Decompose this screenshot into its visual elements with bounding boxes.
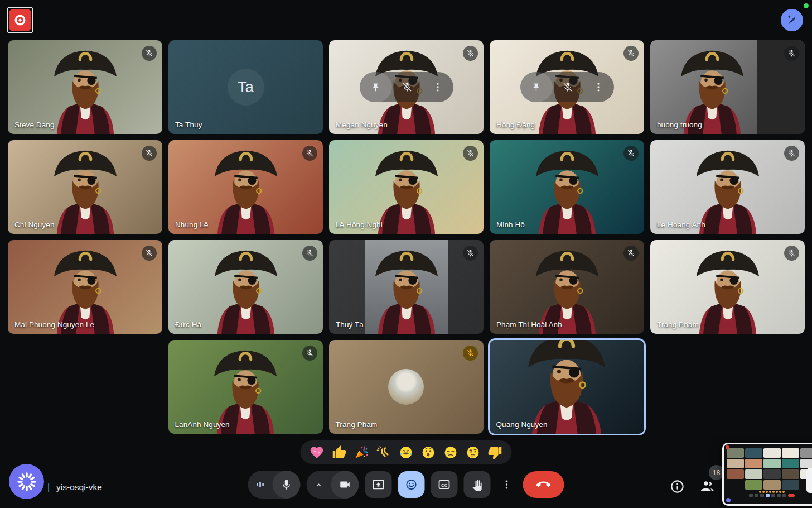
mini-reaction-dot (759, 491, 761, 493)
meeting-details-button[interactable] (670, 479, 685, 494)
mini-tile (763, 459, 781, 468)
mini-tile (727, 448, 744, 458)
camera-active-indicator (804, 3, 809, 8)
tile-quang-nguyen[interactable]: Quang Nguyen (490, 340, 644, 434)
pirate-avatar (687, 245, 768, 334)
raise-hand-button[interactable] (464, 471, 491, 498)
edge-popup-sliver (806, 468, 812, 493)
pin-participant-button[interactable] (520, 72, 553, 102)
participant-name: Trang Pham (336, 420, 378, 429)
magic-pen-button[interactable] (781, 9, 803, 31)
mini-tile (800, 448, 812, 458)
tile-steve-dang[interactable]: Steve Dang (8, 40, 162, 134)
mic-off-icon (627, 49, 635, 57)
participant-name: Thuỷ Tạ (336, 320, 364, 329)
control-pill (307, 471, 359, 499)
mini-control-dot (749, 494, 753, 497)
video-grid: Steve DangTaTa ThuyMegan NguyenHồng Đặng… (8, 40, 804, 434)
present-button[interactable] (365, 471, 392, 498)
tile-le-hoang-anh[interactable]: Le Hoang Anh (650, 140, 805, 234)
reaction-sparkling-heart[interactable] (310, 445, 325, 460)
mini-tile (782, 459, 799, 468)
hand-icon (471, 478, 483, 491)
tile-ta-thuy[interactable]: TaTa Thuy (168, 40, 323, 134)
tile-c-h[interactable]: Đức Hà (168, 240, 323, 334)
cc-icon: CC (438, 478, 451, 491)
mute-participant-button[interactable] (553, 82, 583, 93)
svg-text:CC: CC (441, 483, 447, 488)
mini-tile (800, 459, 812, 468)
mini-tile (745, 469, 762, 479)
screen-recorder-button[interactable] (7, 7, 33, 33)
participant-name: Chi Nguyen (14, 221, 55, 229)
kebab-icon (501, 479, 513, 490)
tile-thu-t[interactable]: Thuỷ Tạ (329, 240, 484, 334)
mini-control-dot (777, 494, 781, 497)
mic-off-icon (306, 349, 314, 357)
tile-megan-nguyen[interactable]: Megan Nguyen (329, 40, 484, 134)
mic-off-indicator (302, 246, 317, 261)
tile-trang-pham[interactable]: Trang Pham (650, 240, 805, 334)
people-button[interactable] (698, 478, 715, 495)
tile-more-options-button[interactable] (583, 82, 614, 93)
mini-control-dot (755, 494, 758, 497)
reaction-joy[interactable] (399, 445, 414, 460)
pin-participant-button[interactable] (360, 72, 392, 102)
camera-button[interactable] (331, 471, 359, 499)
mic-off-icon (466, 349, 475, 357)
tile-chi-nguyen[interactable]: Chi Nguyen (8, 140, 162, 234)
tile-more-options-button[interactable] (423, 82, 453, 93)
mini-reaction-dot (772, 491, 775, 493)
mic-off-indicator (142, 46, 157, 61)
mini-tile (763, 480, 781, 490)
reactions-button[interactable] (398, 471, 425, 498)
reaction-surprised[interactable] (421, 445, 436, 460)
mic-off-indicator (784, 46, 799, 61)
mute-participant-button[interactable] (392, 82, 423, 93)
mini-grid-row (727, 480, 812, 490)
recorder-spinner-button[interactable] (9, 464, 44, 499)
reaction-clapping-hands[interactable] (376, 445, 392, 460)
reaction-party-popper[interactable] (354, 445, 369, 460)
mini-tile (727, 459, 744, 468)
participant-name: Quang Nguyen (496, 420, 548, 429)
mic-off-icon (402, 82, 413, 93)
mic-off-icon (787, 49, 796, 57)
participant-name: Lê Hồng Nghi (336, 221, 383, 229)
tile-lananh-nguyen[interactable]: LanAnh Nguyen (168, 340, 323, 434)
starburst-icon (17, 472, 36, 491)
tile-minh-h[interactable]: Minh Hồ (490, 140, 644, 234)
reaction-thinking[interactable] (466, 445, 481, 460)
mini-control-dot (771, 494, 775, 497)
profile-photo-avatar (388, 369, 424, 405)
reaction-thumbs-up[interactable] (332, 445, 347, 460)
end-call-button[interactable] (523, 471, 564, 498)
tile-mai-phuong-nguyen-le[interactable]: Mai Phuong Nguyen Le (8, 240, 162, 334)
screen-preview-window[interactable] (722, 443, 812, 506)
mic-off-icon (145, 149, 153, 157)
tile-h-ng-ng[interactable]: Hồng Đặng (490, 40, 644, 134)
mini-reaction-dot (769, 491, 771, 493)
more-options-button[interactable] (497, 471, 517, 498)
tile-huong-truong[interactable]: huong truong (650, 40, 805, 134)
captions-button[interactable]: CC (431, 471, 458, 498)
kebab-icon (593, 82, 604, 93)
mic-button[interactable] (273, 471, 301, 499)
tile-ph-m-th-ho-i-anh[interactable]: Phạm Thị Hoài Anh (490, 240, 644, 334)
reaction-thumbs-down[interactable] (488, 445, 503, 460)
grid-row: Steve DangTaTa ThuyMegan NguyenHồng Đặng… (8, 40, 804, 134)
control-bar: CC (248, 471, 564, 499)
mini-end-call (788, 494, 795, 497)
mini-tile (727, 469, 744, 479)
mini-reaction-dot (782, 491, 785, 493)
reaction-crying[interactable] (443, 445, 458, 460)
participant-name: Minh Hồ (496, 221, 525, 229)
reactions-bar (301, 440, 512, 464)
participant-name: Steve Dang (14, 121, 55, 129)
tile-nhung-l[interactable]: Nhung Lê (168, 140, 323, 234)
tile-l-h-ng-nghi[interactable]: Lê Hồng Nghi (329, 140, 484, 234)
tile-trang-pham[interactable]: Trang Pham (329, 340, 484, 434)
mini-control-dot (760, 494, 764, 497)
mic-off-icon (306, 149, 314, 157)
camera-options-chevron[interactable] (307, 471, 331, 499)
